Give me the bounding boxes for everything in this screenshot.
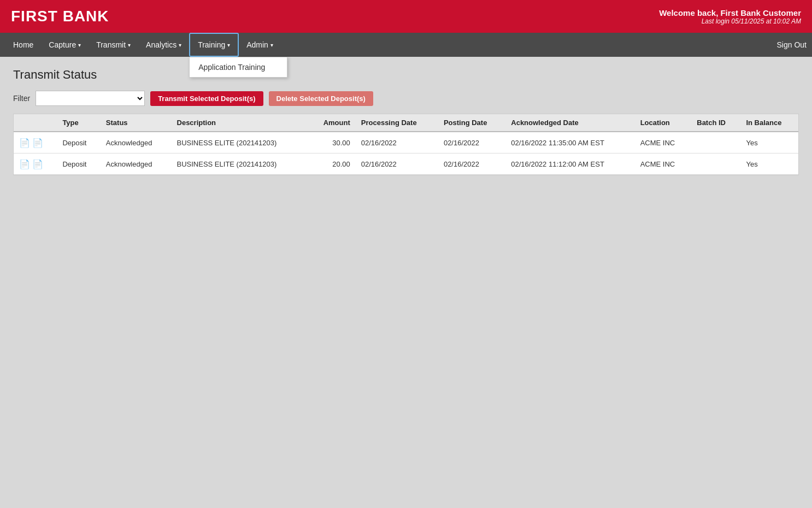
row-posting_date: 02/16/2022 [438,153,505,175]
row-processing_date: 02/16/2022 [356,153,438,175]
col-type: Type [57,114,100,132]
row-amount: 20.00 [309,153,356,175]
document-icon[interactable]: 📄 [19,137,30,149]
user-info: Welcome back, First Bank Customer Last l… [659,8,801,25]
col-actions [14,114,57,132]
chevron-down-icon: ▾ [227,42,230,48]
row-type: Deposit [57,132,100,153]
filter-label: Filter [13,94,30,103]
row-location: ACME INC [635,132,692,153]
row-actions-cell: 📄 📄 [14,153,57,175]
dropdown-item-application-training[interactable]: Application Training [190,57,287,77]
row-processing_date: 02/16/2022 [356,132,438,153]
row-batch_id [691,132,740,153]
col-batch-id: Batch ID [691,114,740,132]
row-status: Acknowledged [101,153,172,175]
row-type: Deposit [57,153,100,175]
nav-item-admin[interactable]: Admin ▾ [239,33,281,57]
nav-item-training-container: Training ▾ Application Training [189,33,239,57]
row-location: ACME INC [635,153,692,175]
deposits-table-wrapper: Type Status Description Amount Processin… [13,114,799,175]
col-processing-date: Processing Date [356,114,438,132]
welcome-text: Welcome back, First Bank Customer [659,8,801,17]
row-posting_date: 02/16/2022 [438,132,505,153]
navbar: Home Capture ▾ Transmit ▾ Analytics ▾ Tr… [0,33,812,57]
col-posting-date: Posting Date [438,114,505,132]
row-in_balance: Yes [740,132,798,153]
nav-item-training[interactable]: Training ▾ [189,33,239,57]
toolbar: Filter Transmit Selected Deposit(s) Dele… [13,91,799,106]
col-description: Description [172,114,309,132]
pdf-icon[interactable]: 📄 [32,137,43,149]
page-title: Transmit Status [13,68,799,82]
chevron-down-icon: ▾ [270,42,273,48]
filter-select[interactable] [36,91,145,106]
deposits-table: Type Status Description Amount Processin… [14,114,798,175]
table-row: 📄 📄 DepositAcknowledgedBUSINESS ELITE (2… [14,153,798,175]
row-amount: 30.00 [309,132,356,153]
nav-item-transmit[interactable]: Transmit ▾ [89,33,138,57]
chevron-down-icon: ▾ [179,42,181,48]
nav-item-analytics[interactable]: Analytics ▾ [138,33,189,57]
row-actions-cell: 📄 📄 [14,132,57,153]
training-dropdown-menu: Application Training [189,57,287,78]
transmit-selected-button[interactable]: Transmit Selected Deposit(s) [150,91,263,106]
row-acknowledged_date: 02/16/2022 11:12:00 AM EST [505,153,634,175]
row-batch_id [691,153,740,175]
delete-selected-button[interactable]: Delete Selected Deposit(s) [269,91,373,106]
chevron-down-icon: ▾ [128,42,131,48]
col-location: Location [635,114,692,132]
table-header: Type Status Description Amount Processin… [14,114,798,132]
col-status: Status [101,114,172,132]
nav-item-home[interactable]: Home [5,33,41,57]
col-amount: Amount [309,114,356,132]
row-in_balance: Yes [740,153,798,175]
chevron-down-icon: ▾ [78,42,81,48]
table-body: 📄 📄 DepositAcknowledgedBUSINESS ELITE (2… [14,132,798,175]
col-acknowledged-date: Acknowledged Date [505,114,634,132]
logo: FIRST BANK [11,8,109,25]
row-description: BUSINESS ELITE (202141203) [172,132,309,153]
last-login-text: Last login 05/11/2025 at 10:02 AM [659,17,801,25]
row-status: Acknowledged [101,132,172,153]
header: FIRST BANK Welcome back, First Bank Cust… [0,0,812,33]
main-content: Transmit Status Filter Transmit Selected… [0,57,812,505]
row-acknowledged_date: 02/16/2022 11:35:00 AM EST [505,132,634,153]
nav-item-capture[interactable]: Capture ▾ [41,33,89,57]
document-icon[interactable]: 📄 [19,158,30,170]
pdf-icon[interactable]: 📄 [32,158,43,170]
sign-out-button[interactable]: Sign Out [777,40,807,49]
table-row: 📄 📄 DepositAcknowledgedBUSINESS ELITE (2… [14,132,798,153]
col-in-balance: In Balance [740,114,798,132]
row-description: BUSINESS ELITE (202141203) [172,153,309,175]
